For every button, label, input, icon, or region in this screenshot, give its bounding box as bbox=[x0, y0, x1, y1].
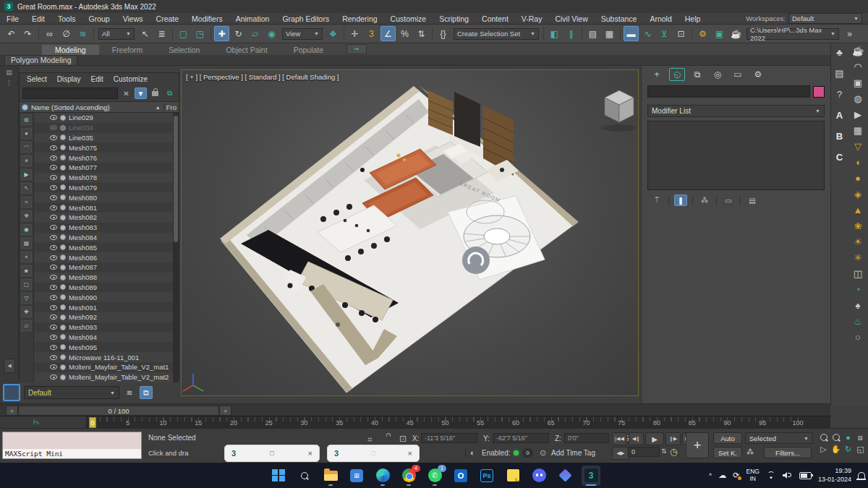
sphere-icon[interactable]: ● bbox=[855, 174, 861, 183]
frame-tick[interactable]: 95 bbox=[759, 419, 766, 427]
fire-icon[interactable]: ♨ bbox=[854, 317, 862, 326]
eye-icon[interactable] bbox=[50, 345, 57, 350]
frame-tick[interactable]: 35 bbox=[336, 419, 343, 427]
render-production-button[interactable]: ☕ bbox=[728, 26, 744, 41]
vegetation-icon[interactable]: ♣ bbox=[836, 48, 843, 57]
table-row[interactable]: Line034 bbox=[34, 123, 179, 133]
window-preview-card[interactable]: 3 □ × bbox=[224, 445, 320, 462]
absolute-mode-icon[interactable]: ⊡ bbox=[399, 434, 407, 444]
perspective-viewport[interactable]: [ + ] [ Perspective ] [ Standard ] [ Def… bbox=[181, 69, 639, 396]
spinner-snap-toggle[interactable]: ⇅ bbox=[414, 26, 429, 41]
start-button[interactable] bbox=[269, 466, 288, 486]
tab-freeform[interactable]: Freeform bbox=[99, 45, 156, 55]
zoom-extents-button[interactable]: ● bbox=[842, 432, 854, 443]
display-xrefs-icon[interactable]: ◉ bbox=[21, 224, 32, 235]
table-row[interactable]: Mesh085 bbox=[34, 242, 179, 252]
modifier-stack[interactable] bbox=[647, 121, 825, 190]
menu-substance[interactable]: Substance bbox=[595, 14, 644, 23]
menu-help[interactable]: Help bbox=[678, 14, 707, 23]
menu-edit[interactable]: Edit bbox=[25, 14, 51, 23]
hidden-eye-icon[interactable] bbox=[50, 125, 57, 130]
leaf-icon[interactable]: ❀ bbox=[854, 221, 862, 231]
zoom-all-button[interactable] bbox=[830, 432, 842, 443]
table-row[interactable]: Mesh076 bbox=[34, 153, 179, 163]
display-cameras-icon[interactable]: ▶ bbox=[21, 169, 32, 180]
whatsapp-icon[interactable]: ✆1 bbox=[425, 466, 444, 486]
battery-icon[interactable] bbox=[799, 472, 812, 479]
display-helpers-icon[interactable]: ↖ bbox=[21, 183, 32, 194]
table-row[interactable]: Mesh077 bbox=[34, 163, 179, 173]
motion-tab[interactable]: ◎ bbox=[710, 68, 726, 81]
eye-icon[interactable] bbox=[50, 195, 57, 200]
table-row[interactable]: Line029 bbox=[34, 113, 179, 123]
schematic-view-button[interactable]: ⊻ bbox=[657, 26, 672, 41]
table-row[interactable]: Molteni_Mayfair_Table_V2_mat1 bbox=[34, 362, 179, 372]
active-swatch[interactable] bbox=[3, 384, 20, 401]
set-key-button[interactable]: Set K. bbox=[713, 447, 742, 458]
menu-modifiers[interactable]: Modifiers bbox=[185, 14, 229, 23]
named-selection-set-dropdown[interactable]: Create Selection Set▼ bbox=[454, 28, 539, 40]
eye-icon[interactable] bbox=[50, 295, 57, 300]
add-time-tag[interactable]: Add Time Tag bbox=[551, 449, 595, 457]
explorer-scrollbar[interactable] bbox=[173, 113, 179, 382]
menu-file[interactable]: File bbox=[0, 14, 25, 23]
named-selection-sets-button[interactable]: {} bbox=[435, 26, 451, 41]
funnel-icon[interactable]: ▽ bbox=[854, 142, 861, 151]
explorer-menu-display[interactable]: Display bbox=[53, 74, 85, 84]
object-name-field[interactable] bbox=[647, 85, 810, 98]
flare-icon[interactable]: ✳ bbox=[854, 253, 862, 262]
key-step-toggle[interactable]: ◀▶ bbox=[612, 447, 629, 460]
filters-button[interactable]: Filters... bbox=[764, 447, 812, 458]
frame-tick[interactable]: 55 bbox=[477, 419, 484, 427]
rectangular-selection-region-button[interactable]: ▢ bbox=[176, 26, 191, 41]
reference-coordinate-system-dropdown[interactable]: View▼ bbox=[282, 28, 323, 40]
key-filters-icon[interactable]: ⁂ bbox=[746, 448, 754, 456]
collapse-explorer-button[interactable]: ◀ bbox=[4, 359, 15, 373]
frame-tick[interactable]: 40 bbox=[371, 419, 378, 427]
window-crossing-toggle[interactable]: ◳ bbox=[192, 26, 208, 41]
clock[interactable]: 19:3913-01-2024 bbox=[818, 467, 851, 484]
eye-icon[interactable] bbox=[50, 255, 57, 260]
eye-icon[interactable] bbox=[50, 175, 57, 180]
table-row[interactable]: Line035 bbox=[34, 133, 179, 143]
eye-icon[interactable] bbox=[50, 155, 57, 160]
explorer-menu-edit[interactable]: Edit bbox=[87, 74, 108, 84]
display-materials-icon[interactable]: ■ bbox=[21, 265, 32, 276]
menu-content[interactable]: Content bbox=[475, 14, 515, 23]
angle-snap-toggle[interactable]: ∠ bbox=[380, 26, 396, 41]
percent-snap-toggle[interactable]: % bbox=[397, 26, 412, 41]
z-coordinate-field[interactable]: 0'0" bbox=[564, 433, 609, 443]
table-row[interactable]: Mesh082 bbox=[34, 213, 179, 223]
frozen-column-header[interactable]: Fro bbox=[163, 103, 176, 111]
table-row[interactable]: Mesh081 bbox=[34, 202, 179, 213]
auto-key-button[interactable]: Auto bbox=[713, 432, 742, 444]
menu-create[interactable]: Create bbox=[150, 14, 186, 23]
remove-modifier-button[interactable]: ▭ bbox=[722, 194, 735, 206]
select-and-manipulate-button[interactable]: ✛ bbox=[347, 26, 362, 41]
display-plus-icon[interactable]: ✚ bbox=[21, 307, 32, 317]
eye-icon[interactable] bbox=[50, 374, 57, 380]
display-lights-icon[interactable]: ☀ bbox=[21, 155, 32, 166]
active-layer-dropdown[interactable]: Default▼ bbox=[24, 386, 119, 399]
frame-tick[interactable]: 30 bbox=[300, 419, 307, 427]
previous-frame-slider-button[interactable]: < bbox=[6, 406, 18, 416]
ribbon-extra-dropdown-icon[interactable]: ▪▾ bbox=[346, 44, 367, 54]
eye-icon[interactable] bbox=[50, 364, 57, 369]
restore-icon[interactable]: □ bbox=[371, 450, 375, 457]
tab-populate[interactable]: Populate bbox=[281, 45, 336, 55]
search-input[interactable] bbox=[22, 87, 118, 99]
track-bar[interactable]: Ⅰ∿ 0510152025303540455055606570758085909… bbox=[0, 416, 830, 428]
table-row[interactable]: Mesh080 bbox=[34, 192, 179, 202]
discord-icon[interactable] bbox=[529, 466, 548, 486]
display-folder-icon[interactable]: ▱ bbox=[21, 320, 32, 331]
frame-tick[interactable]: 50 bbox=[441, 419, 448, 427]
display-containers-icon[interactable]: ⌖ bbox=[21, 252, 32, 262]
polygon-modeling-panel[interactable]: Polygon Modeling bbox=[4, 55, 77, 66]
table-row[interactable]: Mesh093 bbox=[34, 322, 179, 333]
time-configuration-icon[interactable]: ◷ bbox=[670, 447, 677, 457]
use-pivot-point-center-button[interactable]: ❖ bbox=[326, 26, 341, 41]
frame-tick[interactable]: 80 bbox=[653, 419, 660, 427]
table-row[interactable]: Mesh095 bbox=[34, 342, 179, 352]
maxscript-mini-listener[interactable]: MAXScript Mini bbox=[2, 432, 142, 459]
frame-tick[interactable]: 75 bbox=[618, 419, 625, 427]
